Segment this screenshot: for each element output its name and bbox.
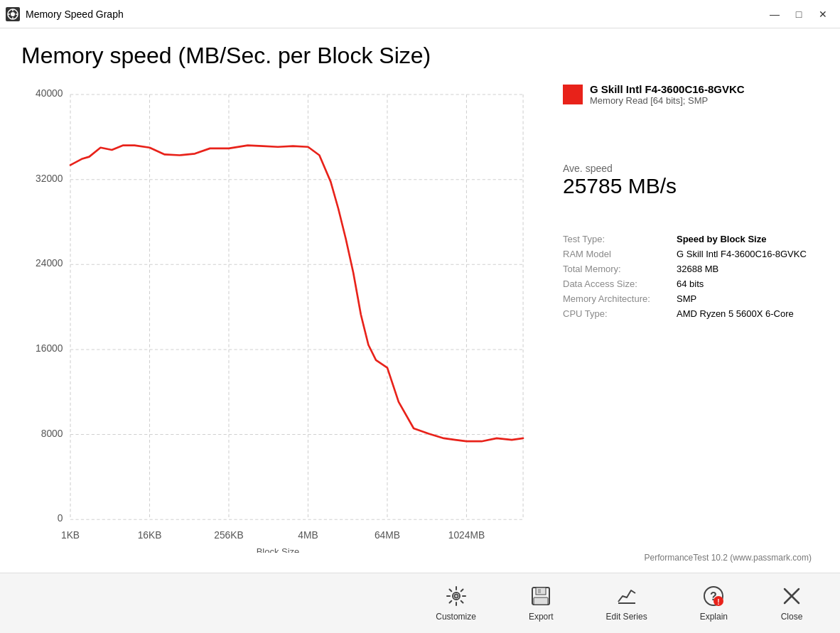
chart-icon bbox=[615, 585, 638, 607]
customize-label: Customize bbox=[436, 612, 476, 622]
spec-value: 64 bits bbox=[677, 278, 704, 289]
close-button[interactable]: Close bbox=[772, 579, 812, 627]
spec-row: Total Memory:32688 MB bbox=[563, 264, 819, 274]
spec-row: Memory Architecture:SMP bbox=[563, 293, 819, 304]
title-bar: Memory Speed Graph — □ ✕ bbox=[0, 0, 840, 28]
svg-text:256KB: 256KB bbox=[214, 529, 243, 541]
gear-icon bbox=[445, 585, 468, 607]
customize-button[interactable]: Customize bbox=[427, 579, 485, 627]
spec-label: CPU Type: bbox=[563, 308, 677, 319]
spec-value: Speed by Block Size bbox=[677, 234, 766, 244]
svg-text:1024MB: 1024MB bbox=[448, 529, 485, 541]
close-icon bbox=[780, 585, 803, 607]
edit-series-label: Edit Series bbox=[606, 612, 647, 622]
chart-area: 40000 32000 24000 16000 8000 0 bbox=[21, 83, 534, 553]
svg-text:64MB: 64MB bbox=[375, 529, 400, 541]
chart-info-container: 40000 32000 24000 16000 8000 0 bbox=[21, 83, 819, 553]
svg-rect-37 bbox=[534, 597, 548, 605]
page-title: Memory speed (MB/Sec. per Block Size) bbox=[21, 43, 819, 69]
spec-row: Test Type:Speed by Block Size bbox=[563, 234, 819, 244]
svg-text:1KB: 1KB bbox=[61, 529, 80, 541]
main-content: Memory speed (MB/Sec. per Block Size) 40… bbox=[0, 28, 840, 573]
svg-point-1 bbox=[11, 12, 15, 16]
spec-row: RAM ModelG Skill Intl F4-3600C16-8GVKC bbox=[563, 249, 819, 259]
svg-text:24000: 24000 bbox=[36, 257, 63, 269]
spec-label: Memory Architecture: bbox=[563, 293, 677, 304]
svg-text:16000: 16000 bbox=[36, 342, 63, 354]
svg-text:8000: 8000 bbox=[41, 428, 63, 439]
explain-label: Explain bbox=[700, 612, 728, 622]
minimize-button[interactable]: — bbox=[763, 4, 786, 24]
spec-label: RAM Model bbox=[563, 249, 677, 259]
app-icon bbox=[6, 7, 20, 21]
spec-value: SMP bbox=[677, 293, 696, 304]
chart-svg: 40000 32000 24000 16000 8000 0 bbox=[21, 83, 534, 553]
legend-item: G Skill Intl F4-3600C16-8GVKC Memory Rea… bbox=[563, 83, 819, 106]
export-label: Export bbox=[529, 612, 554, 622]
chart-line bbox=[70, 146, 523, 442]
legend-text: G Skill Intl F4-3600C16-8GVKC Memory Rea… bbox=[590, 83, 745, 106]
export-button[interactable]: Export bbox=[520, 579, 562, 627]
ave-speed-label: Ave. speed bbox=[563, 163, 819, 174]
svg-text:0: 0 bbox=[58, 512, 63, 524]
save-icon bbox=[529, 585, 552, 607]
watermark: PerformanceTest 10.2 (www.passmark.com) bbox=[21, 553, 819, 566]
svg-text:40000: 40000 bbox=[36, 87, 63, 99]
spec-label: Total Memory: bbox=[563, 264, 677, 274]
spec-value: AMD Ryzen 5 5600X 6-Core bbox=[677, 308, 794, 319]
ave-speed-container: Ave. speed 25785 MB/s bbox=[563, 148, 819, 198]
ave-speed-value: 25785 MB/s bbox=[563, 174, 819, 198]
spec-value: 32688 MB bbox=[677, 264, 718, 274]
legend-color-swatch bbox=[563, 85, 583, 104]
spec-label: Test Type: bbox=[563, 234, 677, 244]
window-title: Memory Speed Graph bbox=[26, 9, 763, 20]
specs-table: Test Type:Speed by Block SizeRAM ModelG … bbox=[563, 234, 819, 323]
spec-label: Data Access Size: bbox=[563, 278, 677, 289]
maximize-button[interactable]: □ bbox=[787, 4, 810, 24]
question-icon: ? ! bbox=[702, 585, 725, 607]
spec-value: G Skill Intl F4-3600C16-8GVKC bbox=[677, 249, 807, 259]
svg-text:!: ! bbox=[718, 598, 720, 606]
spec-row: Data Access Size:64 bits bbox=[563, 278, 819, 289]
chart-svg-container: 40000 32000 24000 16000 8000 0 bbox=[21, 83, 534, 553]
svg-text:4MB: 4MB bbox=[298, 529, 318, 541]
edit-series-button[interactable]: Edit Series bbox=[598, 579, 656, 627]
svg-rect-36 bbox=[538, 589, 541, 593]
footer-toolbar: Customize Export Edit Series ? bbox=[0, 573, 840, 633]
info-panel: G Skill Intl F4-3600C16-8GVKC Memory Rea… bbox=[549, 83, 819, 553]
svg-text:32000: 32000 bbox=[36, 173, 63, 184]
legend-name: G Skill Intl F4-3600C16-8GVKC bbox=[590, 83, 745, 95]
close-label: Close bbox=[781, 612, 803, 622]
legend-sub: Memory Read [64 bits]; SMP bbox=[590, 95, 745, 106]
window-controls: — □ ✕ bbox=[763, 4, 834, 24]
explain-button[interactable]: ? ! Explain bbox=[691, 579, 736, 627]
window-close-button[interactable]: ✕ bbox=[812, 4, 834, 24]
svg-text:16KB: 16KB bbox=[138, 529, 162, 541]
spec-row: CPU Type:AMD Ryzen 5 5600X 6-Core bbox=[563, 308, 819, 319]
